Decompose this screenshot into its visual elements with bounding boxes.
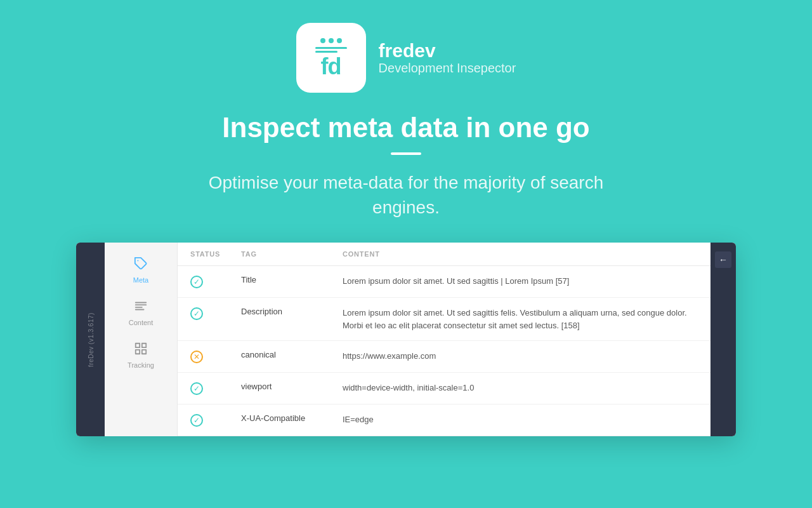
cell-content-3: https://www.example.com [343,350,698,363]
cell-content-2: Lorem ipsum dolor sit amet. Ut sed sagit… [343,307,698,331]
hero-section: fd fredev Development Insepector Inspect… [0,0,812,243]
svg-rect-8 [142,350,146,354]
sidebar-label: freDev (v1.3.617) [87,312,94,367]
status-warn-icon: ✕ [190,351,203,363]
cell-status-5: ✓ [190,413,241,427]
table-row: ✓ Description Lorem ipsum dolor sit amet… [178,298,710,341]
cell-tag-1: Title [241,275,343,284]
table-row: ✓ X-UA-Compatible IE=edge [178,404,710,436]
hero-divider [391,152,421,155]
cell-content-4: width=device-width, initial-scale=1.0 [343,382,698,394]
brand-subtitle: Development Insepector [379,61,516,76]
tracking-icon [134,342,148,359]
cell-content-1: Lorem ipsum dolor sit amet. Ut sed sagit… [343,275,698,288]
cell-content-5: IE=edge [343,413,698,426]
cell-status-4: ✓ [190,382,241,395]
logo-line-2 [315,51,337,53]
nav-item-tracking[interactable]: Tracking [105,334,177,377]
status-ok-icon-4: ✓ [190,382,203,395]
cell-tag-4: viewport [241,382,343,391]
header-tag: TAG [241,250,343,258]
header-status: STATUS [190,250,241,258]
cell-status-3: ✕ [190,350,241,363]
nav-panel: Meta Content Tra [105,243,178,436]
header-content: CONTENT [343,250,698,258]
brand-name: fredev [379,40,516,61]
nav-label-content: Content [129,319,154,326]
arrow-button[interactable]: ← [710,243,736,436]
logo-dots [320,38,342,43]
nav-item-meta[interactable]: Meta [105,249,177,291]
logo-dot-2 [329,38,334,43]
inspector-panel: freDev (v1.3.617) Meta Content [76,243,736,436]
logo-lines [315,47,347,53]
hero-subtitle: Optimise your meta-data for the majority… [184,170,628,220]
logo-dot-3 [337,38,342,43]
status-ok-icon-2: ✓ [190,307,203,320]
arrow-icon: ← [715,251,731,268]
svg-rect-7 [136,350,140,354]
logo-box: fd [296,23,366,93]
cell-status-1: ✓ [190,275,241,288]
table-row: ✕ canonical https://www.example.com [178,341,710,373]
brand-text: fredev Development Insepector [379,40,516,76]
sidebar: freDev (v1.3.617) [76,243,105,436]
cell-tag-2: Description [241,307,343,316]
cell-tag-3: canonical [241,350,343,359]
hero-title: Inspect meta data in one go [222,112,589,144]
nav-item-content[interactable]: Content [105,291,177,334]
cell-status-2: ✓ [190,307,241,320]
status-ok-icon-1: ✓ [190,276,203,288]
tag-icon [134,257,148,274]
logo-line-1 [315,47,347,49]
nav-label-meta: Meta [133,276,148,284]
logo-dot-1 [320,38,325,43]
table-row: ✓ Title Lorem ipsum dolor sit amet. Ut s… [178,266,710,298]
table-row: ✓ viewport width=device-width, initial-s… [178,373,710,404]
logo-fd-text: fd [321,55,341,78]
svg-rect-5 [136,344,140,347]
status-ok-icon-5: ✓ [190,414,203,427]
content-icon [134,299,148,316]
table-header: STATUS TAG CONTENT [178,243,710,266]
svg-rect-6 [142,344,146,347]
logo-area: fd fredev Development Insepector [296,23,516,93]
main-panel: STATUS TAG CONTENT ✓ Title Lorem ipsum d… [178,243,710,436]
cell-tag-5: X-UA-Compatible [241,413,343,423]
nav-label-tracking: Tracking [128,361,154,369]
